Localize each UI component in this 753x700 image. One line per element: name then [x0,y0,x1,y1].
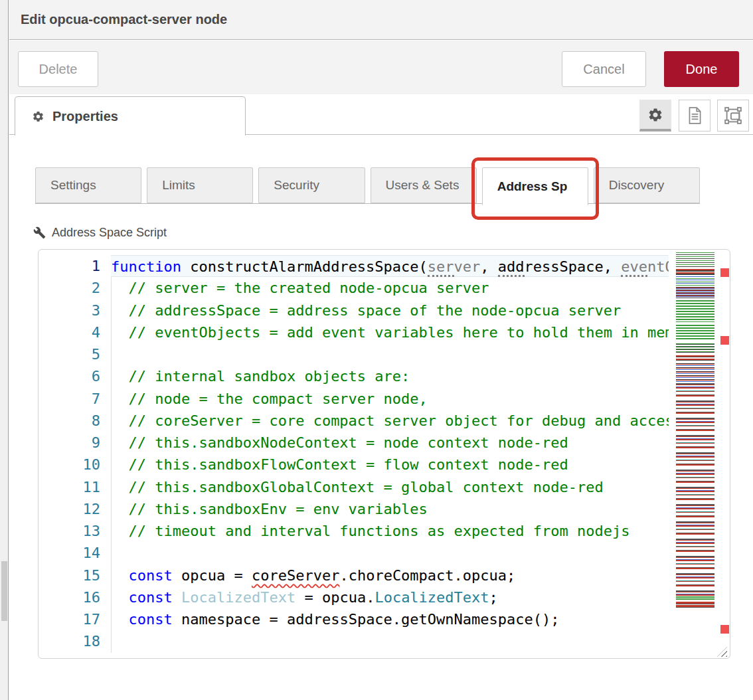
error-marker[interactable] [720,268,729,277]
delete-button[interactable]: Delete [18,51,98,87]
edit-node-dialog: Edit opcua-compact-server node Delete Ca… [9,0,753,700]
code-token: , [604,258,622,275]
error-marker[interactable] [720,336,729,345]
code-token [111,611,129,628]
code-line[interactable]: // node = the compact server node, [111,388,669,410]
tab-label: Discovery [609,178,664,193]
code-line[interactable]: // this.sandboxFlowContext = flow contex… [111,454,669,476]
cancel-button[interactable]: Cancel [562,51,646,87]
appearance-icon [723,106,743,126]
editor-minimap[interactable] [675,252,716,656]
code-token: eve [621,258,647,277]
code-editor[interactable]: 12345678910111213141516171819 function c… [38,249,730,659]
properties-tab-label: Properties [52,109,118,124]
tab-settings[interactable]: Settings [35,167,141,203]
line-number: 7 [39,388,100,410]
line-number: 2 [39,277,100,299]
code-token: // addressSpace = address space of the n… [111,302,621,319]
code-token: add [498,258,525,277]
document-icon [686,106,703,125]
tab-properties[interactable]: Properties [15,96,246,135]
code-token: // this.sandboxEnv = env variables [111,501,428,517]
properties-icon-button[interactable] [639,100,671,131]
code-token: LocalizedText [375,589,489,606]
dialog-button-bar: Delete Cancel Done [9,41,753,94]
code-token: ser [428,258,454,277]
code-line[interactable] [111,630,669,652]
tab-users-sets[interactable]: Users & Sets [371,167,477,203]
code-token [173,656,181,659]
code-token: const [129,611,173,628]
editor-gutter: 12345678910111213141516171819 [39,255,100,659]
tab-label: Users & Sets [386,178,460,193]
code-token: , [480,258,498,275]
code-token: ; [384,656,392,659]
code-line[interactable]: // eventObjects = add event variables he… [111,321,669,343]
code-token [111,656,129,659]
editor-code-area[interactable]: function constructAlarmAddressSpace(serv… [111,255,669,659]
code-token: namespace = addressSpace.getOwnNamespace… [173,611,560,628]
code-line[interactable]: const namespace = addressSpace.getOwnNam… [111,608,669,630]
background-page-sliver [0,0,9,700]
code-line[interactable]: // this.sandboxEnv = env variables [111,498,669,520]
code-token: const [129,656,173,659]
screenshot-root: Edit opcua-compact-server node Delete Ca… [0,0,753,700]
tab-security[interactable]: Security [258,167,365,203]
tab-discovery[interactable]: Discovery [594,167,700,203]
dialog-title: Edit opcua-compact-server node [21,12,227,27]
section-title: Address Space Script [52,226,167,240]
tab-limits[interactable]: Limits [147,167,253,203]
code-token: function [111,258,181,275]
code-line[interactable]: // this.sandboxNodeContext = node contex… [111,432,669,454]
done-button[interactable]: Done [664,51,739,87]
code-token: .choreCompact.opcua; [339,567,515,584]
code-token: = opcua. [243,656,322,659]
code-line[interactable]: // coreServer = core compact server obje… [111,410,669,432]
error-marker[interactable] [720,625,729,634]
line-number: 8 [39,410,100,432]
code-line[interactable] [111,343,669,365]
code-line[interactable]: const opcua = coreServer.choreCompact.op… [111,565,669,586]
line-number: 19 [39,653,100,659]
code-token: Variant [181,656,243,659]
code-token [111,567,129,584]
editor-tray-tab-row: Properties [9,94,753,135]
tab-address-sp[interactable]: Address Sp [482,167,588,205]
code-line[interactable]: // server = the created node-opcua serve… [111,277,669,299]
code-line[interactable]: // this.sandboxGlobalContext = global co… [111,476,669,498]
code-token: const [129,589,173,606]
description-icon-button[interactable] [679,100,711,131]
code-line[interactable]: // timeout and interval functions as exp… [111,520,669,542]
line-number: 9 [39,432,100,454]
code-token [111,589,129,606]
overview-ruler[interactable] [716,250,730,658]
code-token: constructAlarmAddressSpace( [181,258,428,275]
code-line[interactable] [111,542,669,564]
appearance-icon-button[interactable] [717,100,749,131]
code-line[interactable]: // internal sandbox objects are: [111,365,669,387]
code-token: // server = the created node-opcua serve… [111,280,489,296]
gear-icon [32,110,44,123]
line-number: 3 [39,300,100,321]
line-number: 16 [39,586,100,608]
dialog-header: Edit opcua-compact-server node [9,0,753,40]
code-token: coreServer [252,567,339,584]
line-number: 13 [39,520,100,542]
code-token: ver [454,258,481,275]
tab-label: Security [274,178,319,193]
code-line[interactable]: function constructAlarmAddressSpace(serv… [111,255,669,277]
node-tabs: SettingsLimitsSecurityUsers & SetsAddres… [35,167,700,204]
code-token: // timeout and interval functions as exp… [111,523,629,539]
code-line[interactable]: const LocalizedText = opcua.LocalizedTex… [111,586,669,608]
code-token: Variant [322,656,384,659]
line-number: 4 [39,321,100,343]
background-scrollbar-thumb[interactable] [1,561,7,621]
section-label: Address Space Script [33,226,167,240]
code-line[interactable]: // addressSpace = address space of the n… [111,300,669,321]
code-line[interactable]: const Variant = opcua.Variant; [111,653,669,659]
code-token: // internal sandbox objects are: [111,368,410,385]
code-token: // node = the compact server node, [111,391,428,407]
line-number: 15 [39,565,100,586]
line-number: 5 [39,343,100,365]
code-token: ; [489,589,498,606]
